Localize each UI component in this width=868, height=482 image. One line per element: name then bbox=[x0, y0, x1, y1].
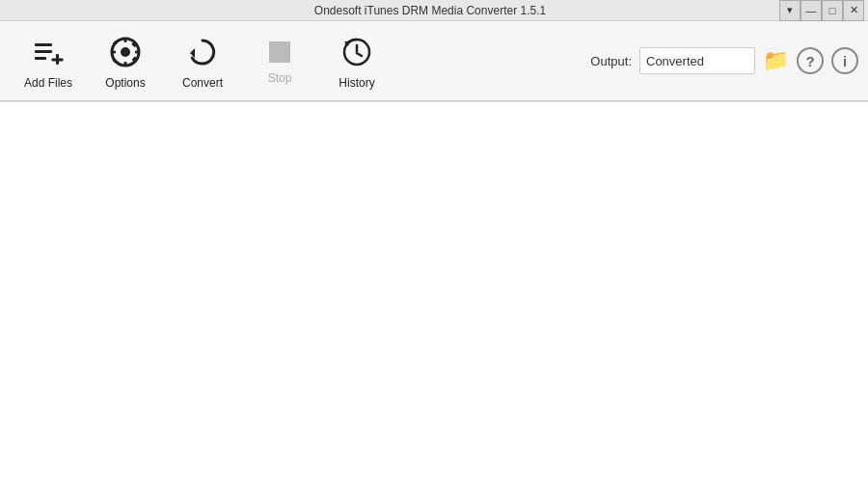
svg-point-6 bbox=[121, 47, 130, 57]
convert-label: Convert bbox=[182, 76, 223, 90]
svg-rect-8 bbox=[124, 62, 127, 67]
toolbar: Add Files Options bbox=[0, 21, 868, 101]
output-area: Output: 📁 ? i bbox=[590, 47, 858, 74]
main-content bbox=[0, 101, 868, 482]
maximize-btn[interactable]: □ bbox=[822, 0, 843, 21]
dropdown-btn[interactable]: ▾ bbox=[779, 0, 800, 21]
info-button[interactable]: i bbox=[831, 47, 858, 74]
add-files-icon bbox=[33, 37, 64, 72]
folder-icon[interactable]: 📁 bbox=[763, 50, 789, 71]
output-input[interactable] bbox=[639, 47, 755, 74]
svg-rect-0 bbox=[35, 43, 52, 46]
svg-rect-4 bbox=[52, 58, 64, 61]
window-controls: ▾ — □ ✕ bbox=[779, 0, 864, 21]
options-button[interactable]: Options bbox=[87, 25, 164, 97]
history-icon bbox=[341, 37, 372, 72]
history-button[interactable]: History bbox=[318, 25, 395, 97]
stop-label: Stop bbox=[268, 71, 292, 85]
title-bar: Ondesoft iTunes DRM Media Converter 1.5.… bbox=[0, 0, 868, 21]
svg-rect-7 bbox=[124, 38, 127, 42]
convert-icon bbox=[187, 37, 218, 72]
window-title: Ondesoft iTunes DRM Media Converter 1.5.… bbox=[81, 4, 779, 17]
output-label: Output: bbox=[590, 54, 632, 68]
history-label: History bbox=[339, 76, 374, 90]
minimize-btn[interactable]: — bbox=[800, 0, 822, 21]
stop-button[interactable]: Stop bbox=[241, 25, 318, 97]
svg-marker-15 bbox=[190, 48, 195, 58]
svg-rect-2 bbox=[35, 57, 46, 60]
options-icon bbox=[110, 37, 141, 72]
options-label: Options bbox=[105, 76, 145, 90]
svg-rect-1 bbox=[35, 50, 52, 53]
help-button[interactable]: ? bbox=[797, 47, 824, 74]
stop-icon bbox=[269, 40, 290, 67]
convert-button[interactable]: Convert bbox=[164, 25, 241, 97]
svg-rect-10 bbox=[135, 50, 140, 53]
add-files-label: Add Files bbox=[24, 76, 72, 90]
svg-rect-9 bbox=[111, 50, 116, 53]
close-btn[interactable]: ✕ bbox=[843, 0, 864, 21]
add-files-button[interactable]: Add Files bbox=[10, 25, 87, 97]
